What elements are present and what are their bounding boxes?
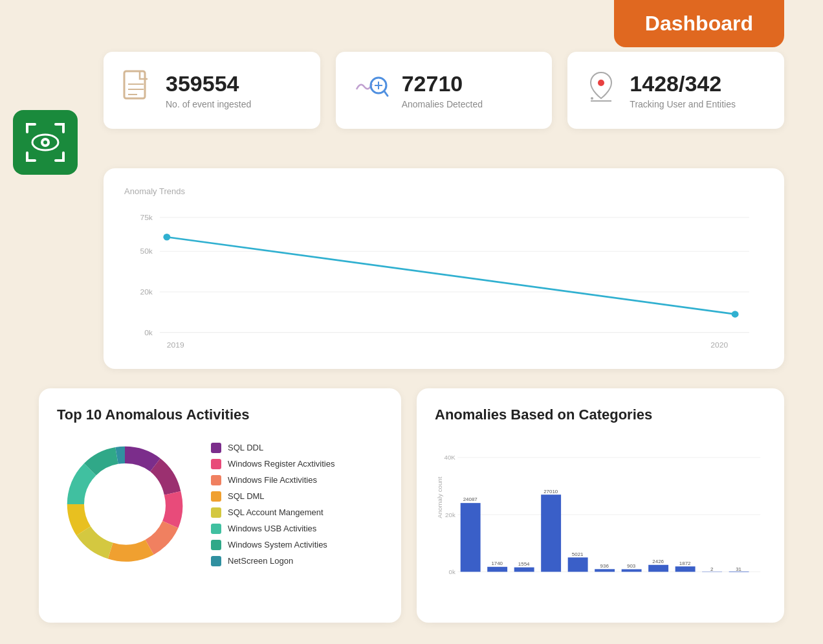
svg-text:2426: 2426: [652, 559, 664, 564]
svg-point-24: [163, 234, 170, 240]
stat-label-tracking: Tracking User and Entities: [630, 99, 736, 109]
stat-number-events: 359554: [166, 71, 251, 96]
svg-text:Anomaly count: Anomaly count: [436, 476, 443, 518]
legend-color-1: [211, 459, 221, 469]
donut-section: SQL DDL Windows Register Acxtivities Win…: [57, 436, 383, 572]
bar-chart: Anomaly count 40K 20k 0k 24087 1740: [435, 436, 766, 605]
svg-text:5021: 5021: [572, 551, 584, 557]
legend-item-6: Windows System Activities: [211, 540, 335, 550]
svg-line-8: [384, 91, 388, 96]
legend-label-2: Windows File Acxtivities: [228, 475, 317, 485]
bar-8: [675, 566, 696, 572]
svg-text:40K: 40K: [444, 454, 456, 461]
eye-icon: [25, 122, 66, 163]
legend-item-2: Windows File Acxtivities: [211, 475, 335, 485]
bar-6: [622, 569, 642, 572]
svg-text:27010: 27010: [543, 489, 558, 494]
svg-point-26: [87, 467, 162, 542]
eye-logo: [13, 110, 78, 175]
svg-text:75k: 75k: [140, 213, 153, 221]
bar-2: [514, 568, 534, 572]
legend-label-5: Windows USB Activities: [228, 524, 316, 533]
svg-text:0k: 0k: [144, 328, 153, 337]
legend-color-0: [211, 443, 221, 453]
legend-label-1: Windows Register Acxtivities: [228, 459, 335, 469]
svg-text:50k: 50k: [140, 247, 153, 256]
legend-label-7: NetScreen Logon: [228, 556, 293, 566]
bar-0: [461, 503, 481, 572]
stat-card-anomalies: 72710 Anomalies Detected: [336, 52, 553, 129]
donut-chart: [57, 436, 193, 572]
legend-label-3: SQL DML: [228, 491, 265, 501]
svg-text:31: 31: [736, 566, 741, 572]
stats-row: 359554 No. of event ingested 72710 Anoma…: [104, 52, 784, 129]
dashboard-title: Dashboard: [645, 12, 753, 35]
svg-text:0k: 0k: [449, 568, 455, 575]
search-anomaly-icon: [354, 71, 389, 109]
top10-title: Top 10 Anomalous Activities: [57, 406, 383, 423]
legend-label-4: SQL Account Mangement: [228, 507, 324, 517]
svg-text:903: 903: [627, 563, 636, 569]
svg-text:20k: 20k: [445, 511, 455, 518]
location-icon: [586, 70, 617, 111]
top10-panel: Top 10 Anomalous Activities: [39, 388, 401, 623]
stat-card-events: 359554 No. of event ingested: [104, 52, 320, 129]
svg-text:1554: 1554: [518, 561, 530, 567]
legend-item-4: SQL Account Mangement: [211, 507, 335, 518]
legend-color-7: [211, 556, 221, 566]
svg-text:2: 2: [710, 566, 714, 572]
stat-number-anomalies: 72710: [402, 71, 483, 96]
svg-text:2019: 2019: [167, 340, 184, 349]
svg-point-13: [591, 97, 593, 100]
legend-color-2: [211, 475, 221, 485]
stat-info-events: 359554 No. of event ingested: [166, 71, 251, 109]
legend-item-0: SQL DDL: [211, 443, 335, 453]
svg-point-2: [43, 140, 47, 144]
svg-point-11: [598, 80, 604, 86]
svg-text:24087: 24087: [463, 496, 478, 502]
trends-title: Anomaly Trends: [124, 186, 763, 196]
svg-text:1872: 1872: [679, 561, 691, 566]
donut-legend: SQL DDL Windows Register Acxtivities Win…: [211, 443, 335, 566]
bar-4: [568, 557, 588, 572]
legend-item-3: SQL DML: [211, 491, 335, 502]
categories-panel: Anomalies Based on Categories Anomaly co…: [417, 388, 784, 623]
stat-info-tracking: 1428/342 Tracking User and Entities: [630, 71, 736, 109]
svg-text:20k: 20k: [140, 287, 153, 296]
svg-point-25: [732, 311, 739, 317]
legend-item-1: Windows Register Acxtivities: [211, 459, 335, 469]
legend-label-6: Windows System Activities: [228, 540, 327, 550]
legend-item-7: NetScreen Logon: [211, 556, 335, 566]
stat-label-anomalies: Anomalies Detected: [402, 99, 483, 109]
legend-label-0: SQL DDL: [228, 443, 263, 452]
svg-text:936: 936: [600, 563, 609, 569]
bar-1: [487, 567, 507, 572]
svg-text:2020: 2020: [710, 340, 728, 349]
bar-3: [541, 494, 561, 572]
svg-text:1740: 1740: [491, 561, 503, 566]
stat-label-events: No. of event ingested: [166, 99, 251, 109]
legend-item-5: Windows USB Activities: [211, 524, 335, 534]
legend-color-3: [211, 491, 221, 502]
bar-5: [595, 569, 615, 572]
document-icon: [122, 70, 153, 111]
dashboard-header: Dashboard: [614, 0, 784, 47]
stat-card-tracking: 1428/342 Tracking User and Entities: [567, 52, 784, 129]
legend-color-5: [211, 524, 221, 534]
legend-color-4: [211, 507, 221, 518]
bottom-row: Top 10 Anomalous Activities: [39, 388, 784, 623]
bar-7: [648, 565, 668, 572]
stat-info-anomalies: 72710 Anomalies Detected: [402, 71, 483, 109]
categories-title: Anomalies Based on Categories: [435, 406, 766, 423]
legend-color-6: [211, 540, 221, 550]
stat-number-tracking: 1428/342: [630, 71, 736, 96]
trends-card: Anomaly Trends 75k 50k 20k 0k 2019 2020: [104, 168, 784, 369]
trend-chart: 75k 50k 20k 0k 2019 2020: [124, 204, 763, 353]
